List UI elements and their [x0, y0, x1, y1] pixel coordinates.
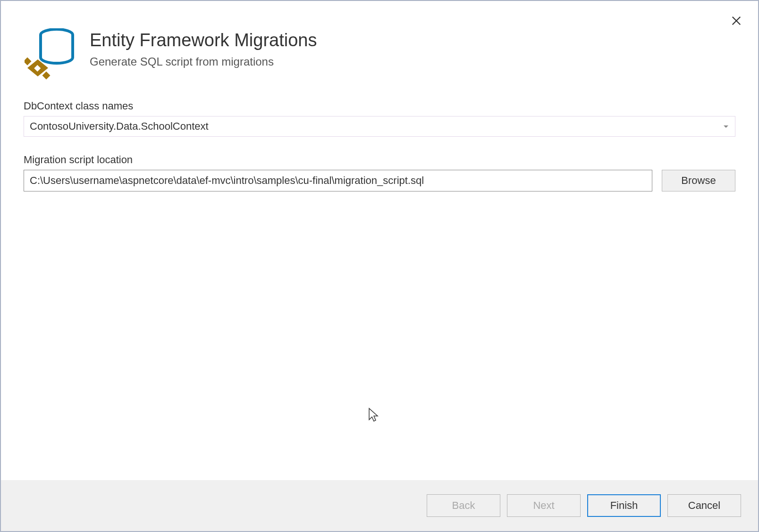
back-button: Back	[427, 494, 500, 517]
dialog-subtitle: Generate SQL script from migrations	[90, 55, 317, 68]
dialog-window: Entity Framework Migrations Generate SQL…	[0, 0, 759, 532]
location-row: Browse	[24, 170, 735, 191]
dbcontext-combobox[interactable]: ContosoUniversity.Data.SchoolContext	[24, 116, 735, 137]
location-field-group: Migration script location Browse	[24, 154, 735, 191]
title-block: Entity Framework Migrations Generate SQL…	[90, 28, 317, 68]
browse-button[interactable]: Browse	[662, 170, 735, 191]
next-button: Next	[507, 494, 581, 517]
close-button[interactable]	[730, 14, 743, 27]
location-label: Migration script location	[24, 154, 735, 166]
dbcontext-field-group: DbContext class names ContosoUniversity.…	[24, 100, 735, 137]
svg-rect-5	[42, 72, 51, 80]
dialog-footer: Back Next Finish Cancel	[1, 480, 758, 531]
cancel-button[interactable]: Cancel	[667, 494, 741, 517]
dialog-title: Entity Framework Migrations	[90, 30, 317, 50]
chevron-down-icon	[724, 125, 728, 128]
location-input[interactable]	[24, 170, 652, 191]
close-icon	[731, 16, 742, 26]
dbcontext-label: DbContext class names	[24, 100, 735, 112]
dbcontext-value: ContosoUniversity.Data.SchoolContext	[30, 120, 724, 133]
ef-migrations-icon	[25, 28, 76, 80]
dialog-header: Entity Framework Migrations Generate SQL…	[1, 1, 758, 80]
svg-rect-4	[25, 58, 31, 66]
finish-button[interactable]: Finish	[587, 494, 661, 517]
dialog-content: DbContext class names ContosoUniversity.…	[1, 80, 758, 480]
